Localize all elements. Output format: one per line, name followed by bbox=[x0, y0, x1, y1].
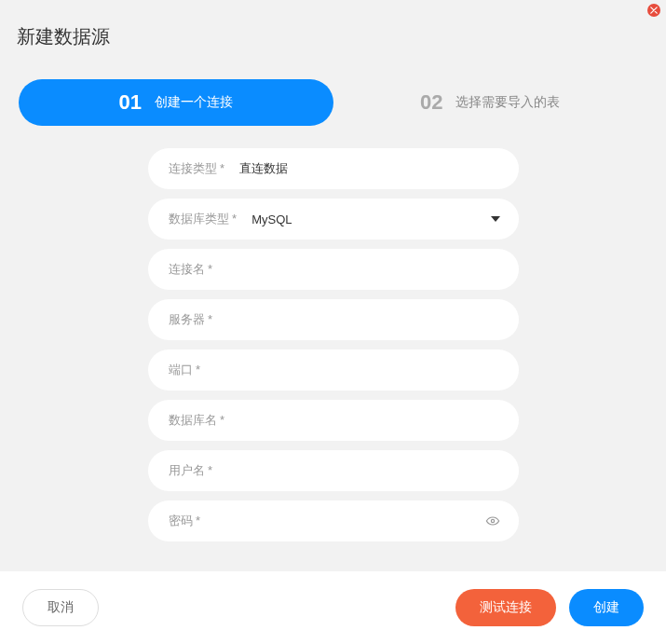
step-1-label: 创建一个连接 bbox=[155, 94, 233, 111]
server-input[interactable] bbox=[227, 313, 497, 327]
database-type-field[interactable]: 数据库类型 * MySQL bbox=[148, 199, 519, 240]
username-field[interactable]: 用户名 * bbox=[148, 450, 519, 491]
form: 连接类型 * 直连数据 数据库类型 * MySQL 连接名 * 服务器 * 端口… bbox=[148, 148, 519, 541]
database-name-label: 数据库名 * bbox=[169, 412, 225, 429]
connection-type-value: 直连数据 bbox=[239, 160, 497, 177]
close-icon[interactable] bbox=[647, 4, 660, 17]
password-field[interactable]: 密码 * bbox=[148, 500, 519, 541]
svg-point-0 bbox=[491, 519, 494, 522]
password-input[interactable] bbox=[215, 514, 497, 528]
chevron-down-icon[interactable] bbox=[491, 216, 500, 222]
connection-name-field[interactable]: 连接名 * bbox=[148, 249, 519, 290]
eye-icon[interactable] bbox=[485, 514, 500, 528]
database-type-value: MySQL bbox=[251, 212, 497, 226]
step-1-create-connection[interactable]: 01 创建一个连接 bbox=[19, 79, 333, 126]
test-connection-button[interactable]: 测试连接 bbox=[455, 589, 556, 626]
database-type-label: 数据库类型 * bbox=[169, 211, 238, 227]
password-label: 密码 * bbox=[169, 513, 201, 529]
create-button[interactable]: 创建 bbox=[569, 589, 644, 626]
step-2-label: 选择需要导入的表 bbox=[455, 94, 560, 111]
connection-type-field[interactable]: 连接类型 * 直连数据 bbox=[148, 148, 519, 189]
username-input[interactable] bbox=[227, 464, 497, 478]
port-label: 端口 * bbox=[169, 362, 201, 378]
step-1-number: 01 bbox=[119, 90, 142, 115]
footer: 取消 测试连接 创建 bbox=[0, 571, 666, 644]
database-name-field[interactable]: 数据库名 * bbox=[148, 400, 519, 441]
server-label: 服务器 * bbox=[169, 311, 213, 328]
connection-name-label: 连接名 * bbox=[169, 261, 213, 278]
port-input[interactable] bbox=[215, 363, 497, 377]
database-name-input[interactable] bbox=[239, 414, 497, 428]
port-field[interactable]: 端口 * bbox=[148, 349, 519, 391]
connection-name-input[interactable] bbox=[227, 263, 497, 277]
cancel-button[interactable]: 取消 bbox=[22, 589, 99, 626]
connection-type-label: 连接类型 * bbox=[169, 160, 225, 177]
username-label: 用户名 * bbox=[169, 462, 213, 479]
step-2-number: 02 bbox=[420, 90, 442, 115]
step-2-select-tables[interactable]: 02 选择需要导入的表 bbox=[333, 79, 648, 126]
dialog-title: 新建数据源 bbox=[0, 0, 666, 49]
server-field[interactable]: 服务器 * bbox=[148, 299, 519, 340]
steps: 01 创建一个连接 02 选择需要导入的表 bbox=[19, 79, 647, 126]
